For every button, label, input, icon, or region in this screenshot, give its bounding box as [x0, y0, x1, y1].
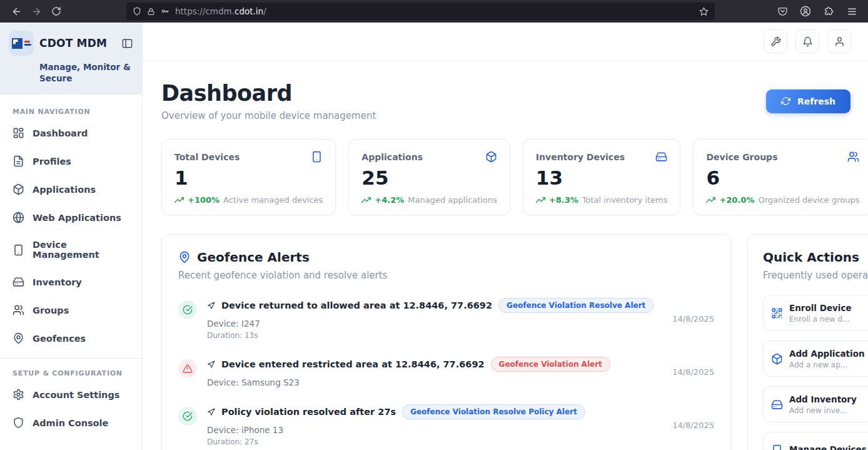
key-icon[interactable]: [161, 7, 169, 16]
stat-delta: +4.2%: [375, 195, 404, 205]
trending-up-icon: [174, 195, 184, 205]
file-text-icon: [13, 155, 24, 167]
alert-badge: Geofence Violation Resolve Policy Alert: [402, 404, 585, 419]
qr-code-icon: [771, 307, 783, 319]
map-pin-icon: [13, 332, 24, 344]
forward-icon[interactable]: [26, 3, 46, 20]
sidebar-item-label: Account Settings: [33, 390, 119, 400]
brand-tagline: Manage, Monitor & Secure: [39, 61, 133, 84]
stat-card-total-devices: Total Devices 1 +100% Active managed dev…: [161, 139, 336, 215]
stat-value: 6: [706, 167, 859, 188]
trending-up-icon: [706, 195, 715, 205]
reload-icon[interactable]: [46, 3, 66, 20]
quick-action-subtitle: Add a new ap...: [789, 361, 865, 369]
alert-title: Device returned to allowed area at 12.84…: [221, 300, 492, 310]
alert-row[interactable]: Device returned to allowed area at 12.84…: [178, 289, 714, 347]
stat-label: Device Groups: [706, 152, 777, 162]
stat-card-inventory-devices: Inventory Devices 13 +8.3% Total invento…: [523, 139, 681, 215]
alert-triangle-icon: [178, 359, 197, 378]
stat-delta: +100%: [188, 195, 220, 205]
quick-action-manage-devices[interactable]: Manage Devices: [763, 432, 868, 450]
quick-action-add-application[interactable]: Add Application Add a new ap...: [763, 340, 868, 377]
alert-row[interactable]: Device entered restricted area at 12.844…: [178, 347, 714, 395]
star-icon[interactable]: [699, 7, 709, 16]
sidebar-item-geofences[interactable]: Geofences: [0, 324, 142, 352]
url-bar[interactable]: https://cmdm.cdot.in/: [126, 3, 715, 20]
quick-action-title: Enroll Device: [789, 303, 852, 313]
shield-icon[interactable]: [133, 7, 141, 16]
smartphone-icon: [13, 244, 24, 256]
stat-value: 1: [174, 167, 323, 188]
trending-up-icon: [361, 195, 371, 205]
sidebar-item-web-applications[interactable]: Web Applications: [0, 203, 142, 232]
map-pin-icon: [178, 251, 191, 263]
smartphone-icon: [771, 444, 783, 450]
panel-left-icon[interactable]: [121, 38, 133, 49]
alert-title: Policy violation resolved after 27s: [221, 407, 396, 417]
cdot-logo-text: [24, 41, 31, 46]
alert-date: 14/8/2025: [664, 314, 714, 324]
alert-duration: Duration: 27s: [207, 437, 654, 446]
sidebar-item-label: Geofences: [33, 334, 86, 344]
alert-badge: Geofence Violation Alert: [491, 357, 610, 372]
quick-action-add-inventory[interactable]: Add Inventory Add new inve...: [763, 386, 868, 422]
sidebar-header: CDOT MDM Manage, Monitor & Secure: [0, 23, 142, 95]
stat-description: Organized device groups: [758, 195, 859, 205]
sidebar-item-profiles[interactable]: Profiles: [0, 147, 142, 175]
brand-title: CDOT MDM: [39, 37, 107, 49]
sidebar-item-dashboard[interactable]: Dashboard: [0, 119, 142, 147]
menu-icon[interactable]: [843, 3, 860, 20]
quick-action-enroll-device[interactable]: Enroll Device Enroll a new d...: [763, 295, 868, 331]
package-icon: [485, 151, 497, 163]
sidebar-item-label: Inventory: [33, 277, 82, 287]
shield-icon: [13, 417, 24, 429]
back-icon[interactable]: [6, 3, 26, 20]
alert-date: 14/8/2025: [664, 367, 714, 377]
sidebar-item-admin-console[interactable]: Admin Console: [0, 409, 142, 437]
quick-action-title: Add Inventory: [789, 394, 857, 404]
cdot-logo-mark: [12, 38, 23, 49]
extensions-icon[interactable]: [820, 3, 837, 20]
package-icon: [771, 353, 783, 365]
quick-action-title: Manage Devices: [789, 444, 867, 450]
sidebar-item-groups[interactable]: Groups: [0, 296, 142, 324]
alert-title: Device entered restricted area at 12.844…: [221, 359, 485, 369]
pocket-icon[interactable]: [774, 3, 791, 20]
bell-icon[interactable]: [795, 29, 819, 53]
sidebar-item-inventory[interactable]: Inventory: [0, 268, 142, 296]
user-icon[interactable]: [827, 29, 851, 53]
sidebar: CDOT MDM Manage, Monitor & Secure MAIN N…: [0, 23, 143, 450]
sidebar-item-label: Admin Console: [33, 418, 108, 428]
dashboard-icon: [13, 127, 24, 139]
url-text: https://cmdm.cdot.in/: [175, 6, 266, 16]
check-circle-icon: [178, 407, 197, 426]
sidebar-item-account-settings[interactable]: Account Settings: [0, 381, 142, 409]
users-icon: [847, 151, 859, 163]
account-icon[interactable]: [797, 3, 814, 20]
refresh-button[interactable]: Refresh: [766, 89, 850, 113]
setup-section-label: SETUP & CONFIGURATION: [13, 369, 129, 377]
sidebar-item-label: Device Management: [33, 240, 129, 260]
sidebar-item-device-management[interactable]: Device Management: [0, 232, 142, 268]
sidebar-item-applications[interactable]: Applications: [0, 175, 142, 203]
wrench-icon[interactable]: [764, 29, 787, 53]
package-icon: [13, 183, 24, 195]
refresh-label: Refresh: [797, 96, 835, 106]
sidebar-item-label: Groups: [33, 305, 69, 315]
users-icon: [13, 304, 24, 316]
stat-delta: +8.3%: [549, 195, 578, 205]
hard-drive-icon: [655, 151, 667, 163]
refresh-icon: [781, 96, 790, 106]
stat-card-device-groups: Device Groups 6 +20.0% Organized device …: [693, 139, 868, 215]
stat-label: Applications: [361, 152, 423, 162]
alert-device: Device: Samsung S23: [207, 377, 654, 387]
settings-icon: [13, 389, 24, 401]
sidebar-item-label: Applications: [33, 185, 96, 195]
lock-icon[interactable]: [147, 8, 155, 16]
alert-date: 14/8/2025: [664, 421, 714, 430]
hard-drive-icon: [13, 276, 24, 288]
stat-description: Active managed devices: [223, 195, 323, 205]
quick-action-subtitle: Add new inve...: [789, 406, 857, 415]
alert-row[interactable]: Policy violation resolved after 27s Geof…: [178, 395, 714, 450]
sidebar-item-label: Web Applications: [33, 213, 121, 223]
